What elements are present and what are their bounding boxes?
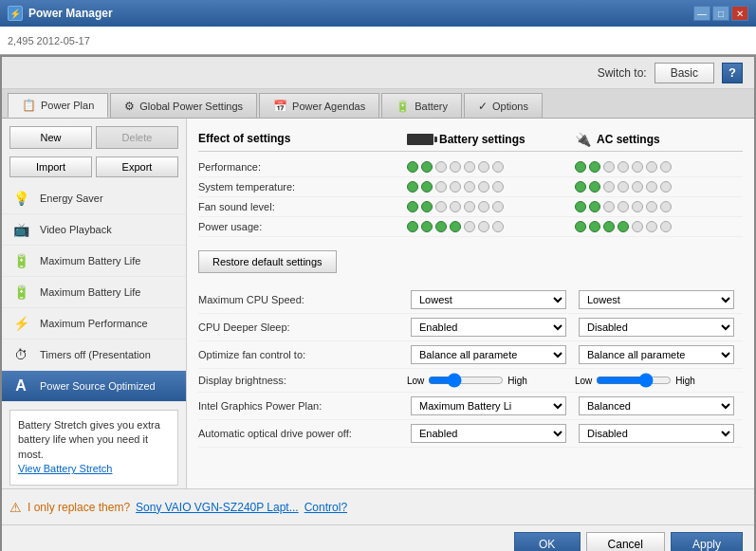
brightness-ac-low: Low: [575, 376, 592, 386]
ac-header-label: AC settings: [597, 133, 660, 146]
power-source-icon: A: [9, 377, 32, 395]
restore-defaults-button[interactable]: Restore default settings: [198, 250, 337, 273]
cpu-sleep-battery-select[interactable]: EnabledDisabled: [411, 318, 566, 337]
options-tab-icon: ✓: [478, 100, 488, 113]
dot: [478, 181, 489, 193]
dot: [450, 161, 461, 173]
dot: [492, 201, 504, 212]
brightness-battery-high: High: [507, 376, 527, 386]
spreadsheet-data: 2,495 2012-05-17: [8, 35, 90, 46]
sidebar-item-max-battery-2[interactable]: 🔋 Maximum Battery Life: [2, 277, 186, 308]
fan-control-ac-select[interactable]: Balance all parameteQuietCool: [579, 345, 734, 364]
power-usage-ac-dots: [575, 221, 743, 232]
cancel-button[interactable]: Cancel: [586, 532, 665, 551]
brightness-ac-slider[interactable]: [596, 373, 672, 388]
optical-drive-battery-select[interactable]: EnabledDisabled: [411, 424, 566, 443]
spreadsheet-background: 2,495 2012-05-17: [0, 27, 756, 55]
dot: [575, 201, 586, 212]
basic-button[interactable]: Basic: [655, 63, 714, 83]
sidebar-item-timers-off[interactable]: ⏱ Timers off (Presentation: [2, 340, 186, 371]
view-battery-link[interactable]: View Battery Stretch: [18, 463, 112, 474]
dot: [450, 221, 461, 232]
cpu-speed-ac-select[interactable]: LowestLowMediumHighMaximum: [579, 290, 734, 309]
tab-global-power-label: Global Power Settings: [139, 101, 243, 112]
maximize-button[interactable]: □: [712, 6, 729, 21]
tab-global-power[interactable]: ⚙ Global Power Settings: [110, 93, 257, 118]
dot: [632, 221, 643, 232]
fan-battery-dots: [407, 201, 575, 212]
ok-button[interactable]: OK: [514, 532, 581, 551]
dot: [435, 201, 447, 212]
power-usage-battery-dots: [407, 221, 575, 232]
minimize-button[interactable]: —: [693, 6, 710, 21]
intel-graphics-battery-select[interactable]: Maximum Battery LiBalancedMaximum Perfor…: [411, 396, 566, 415]
sony-vaio-link[interactable]: Sony VAIO VGN-SZ240P Lapt...: [136, 501, 299, 514]
dot: [407, 161, 418, 173]
max-battery-1-label: Maximum Battery Life: [40, 255, 140, 266]
power-plan-icon: 📋: [22, 99, 36, 112]
cpu-speed-label: Maximum CPU Speed:: [198, 294, 407, 305]
delete-button[interactable]: Delete: [96, 126, 178, 149]
tab-battery[interactable]: 🔋 Battery: [381, 93, 462, 118]
dot: [492, 181, 504, 193]
help-button[interactable]: ?: [722, 63, 743, 83]
dot: [646, 201, 657, 212]
dot: [660, 201, 672, 212]
dot: [646, 181, 657, 193]
dot: [603, 201, 615, 212]
effects-label: Effect of settings: [198, 132, 407, 147]
dot: [421, 161, 433, 173]
dot: [492, 221, 504, 232]
temperature-label: System temperature:: [198, 181, 407, 193]
dot: [603, 181, 615, 193]
sidebar-item-energy-saver[interactable]: 💡 Energy Saver: [2, 183, 186, 214]
tab-power-agendas[interactable]: 📅 Power Agendas: [259, 93, 379, 118]
cpu-speed-battery-select[interactable]: LowestLowMediumHighMaximum: [411, 290, 566, 309]
sidebar-item-power-source[interactable]: A Power Source Optimized: [2, 371, 186, 402]
fan-control-row: Optimize fan control to: Balance all par…: [198, 341, 743, 369]
sidebar-item-max-battery-1[interactable]: 🔋 Maximum Battery Life: [2, 246, 186, 277]
import-button[interactable]: Import: [9, 156, 92, 177]
dot: [632, 161, 643, 173]
sidebar-item-max-performance[interactable]: ⚡ Maximum Performance: [2, 308, 186, 340]
dot: [603, 221, 615, 232]
tab-power-plan[interactable]: 📋 Power Plan: [8, 93, 108, 118]
sidebar-item-video-playback[interactable]: 📺 Video Playback: [2, 214, 186, 246]
fan-control-battery-select[interactable]: Balance all parameteQuietCool: [411, 345, 566, 364]
brightness-battery-slider[interactable]: [428, 373, 504, 388]
dot: [421, 201, 433, 212]
performance-label: Performance:: [198, 161, 407, 173]
window-controls: — □ ✕: [693, 6, 748, 21]
video-playback-label: Video Playback: [40, 224, 112, 235]
battery-header-label: Battery settings: [439, 133, 526, 146]
dot: [589, 181, 600, 193]
temperature-row: System temperature:: [198, 177, 743, 197]
dot: [646, 161, 657, 173]
battery-stretch-text: Battery Stretch gives you extra battery …: [18, 419, 160, 460]
dot: [478, 161, 489, 173]
bottom-area: ⚠ I only replace them? Sony VAIO VGN-SZ2…: [2, 488, 754, 551]
dot: [450, 181, 461, 193]
export-button[interactable]: Export: [96, 156, 178, 177]
intel-graphics-ac-select[interactable]: BalancedMaximum Battery LiMaximum Perfor…: [579, 396, 734, 415]
optical-drive-ac-select[interactable]: DisabledEnabled: [579, 424, 734, 443]
dot: [618, 161, 629, 173]
apply-button[interactable]: Apply: [671, 532, 743, 551]
cpu-sleep-row: CPU Deeper Sleep: EnabledDisabled Disabl…: [198, 314, 743, 341]
dot: [464, 161, 475, 173]
dot: [464, 221, 475, 232]
content-area: New Delete Import Export 💡 Energy Saver …: [2, 119, 754, 488]
dot: [660, 221, 672, 232]
performance-ac-dots: [575, 161, 743, 173]
new-button[interactable]: New: [9, 126, 92, 149]
dot: [575, 221, 586, 232]
effects-header: Effect of settings Battery settings 🔌 AC…: [198, 128, 743, 152]
dot: [464, 201, 475, 212]
control-link[interactable]: Control?: [304, 501, 347, 514]
cpu-sleep-ac-select[interactable]: DisabledEnabled: [579, 318, 734, 337]
tab-options[interactable]: ✓ Options: [464, 93, 543, 118]
dot: [478, 201, 489, 212]
intel-graphics-label: Intel Graphics Power Plan:: [198, 400, 407, 412]
global-power-icon: ⚙: [124, 100, 135, 113]
close-button[interactable]: ✕: [731, 6, 748, 21]
